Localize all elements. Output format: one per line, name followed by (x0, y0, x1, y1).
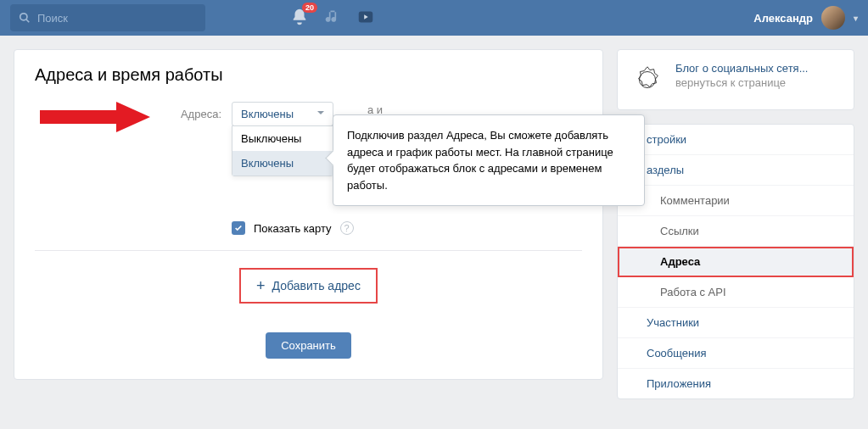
svg-point-0 (20, 14, 27, 20)
nav-sections[interactable]: азделы (618, 155, 854, 186)
select-button[interactable]: Включены (232, 102, 333, 126)
divider (35, 250, 582, 251)
search-box[interactable] (10, 4, 205, 31)
header-icons: 20 (290, 8, 375, 29)
dropdown-option-on[interactable]: Включены (232, 151, 333, 176)
community-title: Блог о социальных сетя... (675, 62, 808, 75)
nav-links[interactable]: Ссылки (618, 216, 854, 247)
dropdown-option-off[interactable]: Выключены (232, 126, 333, 151)
nav-api[interactable]: Работа с API (618, 277, 854, 308)
sidebar-nav: стройки азделы Комментарии Ссылки Адреса… (617, 124, 854, 399)
chevron-down-icon: ▾ (854, 14, 858, 23)
show-map-label[interactable]: Показать карту (254, 222, 332, 235)
nav-messages[interactable]: Сообщения (618, 338, 854, 369)
addresses-label: Адреса: (35, 108, 221, 120)
nav-apps[interactable]: Приложения (618, 369, 854, 398)
plus-icon: + (256, 278, 266, 293)
music-icon[interactable] (324, 8, 341, 28)
sidebar-header[interactable]: Блог о социальных сетя... вернуться к ст… (618, 50, 854, 109)
nav-addresses[interactable]: Адреса (618, 247, 854, 277)
search-icon (19, 12, 31, 24)
avatar (821, 6, 845, 30)
username: Александр (753, 12, 813, 25)
community-logo (630, 62, 665, 98)
page-title: Адреса и время работы (14, 50, 602, 102)
add-address-button[interactable]: + Добавить адрес (239, 268, 378, 304)
sidebar: Блог о социальных сетя... вернуться к ст… (617, 49, 854, 413)
main-card: Адреса и время работы Адреса: Включены В… (14, 49, 603, 380)
nav-members[interactable]: Участники (618, 308, 854, 338)
save-button[interactable]: Сохранить (266, 332, 351, 359)
info-tooltip: Подключив раздел Адреса, Вы сможете доба… (333, 114, 645, 206)
video-icon[interactable] (356, 8, 375, 29)
nav-comments[interactable]: Комментарии (618, 186, 854, 216)
user-menu[interactable]: Александр ▾ (753, 6, 858, 30)
notifications-icon[interactable]: 20 (290, 8, 309, 29)
svg-line-1 (26, 20, 30, 23)
select-dropdown: Выключены Включены (232, 125, 333, 176)
app-header: 20 Александр ▾ (0, 0, 868, 36)
show-map-checkbox[interactable] (232, 221, 245, 235)
help-icon[interactable]: ? (340, 221, 354, 235)
search-input[interactable] (37, 12, 197, 25)
addresses-select[interactable]: Включены Выключены Включены (232, 102, 333, 126)
nav-settings[interactable]: стройки (618, 125, 854, 155)
back-link[interactable]: вернуться к странице (675, 76, 808, 89)
notification-badge: 20 (302, 3, 317, 13)
